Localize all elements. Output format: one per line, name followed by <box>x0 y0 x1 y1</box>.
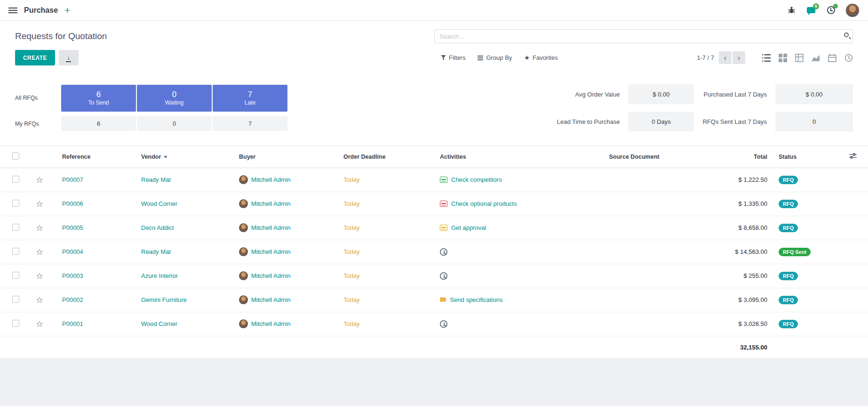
purchased-last-7-days: $ 0.00 <box>775 84 853 104</box>
all-rfqs-label: All RFQs <box>15 95 60 101</box>
row-checkbox[interactable] <box>12 176 19 183</box>
row-checkbox[interactable] <box>12 320 19 327</box>
favorites-button[interactable]: ★ Favorites <box>524 54 557 61</box>
list-view-icon[interactable] <box>762 54 771 62</box>
optional-columns-icon[interactable] <box>849 153 857 159</box>
vendor-link[interactable]: Azure Interior <box>141 272 178 279</box>
messages-icon[interactable]: 5 <box>806 5 816 16</box>
row-checkbox[interactable] <box>12 296 19 303</box>
buyer-link[interactable]: Mitchell Admin <box>251 176 291 183</box>
search-input[interactable] <box>434 29 853 43</box>
activity-label[interactable]: Get approval <box>451 224 486 231</box>
favorite-star-icon[interactable]: ☆ <box>36 199 43 209</box>
activity-email-icon[interactable] <box>440 296 446 304</box>
apps-menu-icon[interactable] <box>8 8 17 8</box>
user-avatar[interactable] <box>845 3 860 17</box>
buyer-link[interactable]: Mitchell Admin <box>251 320 291 327</box>
filters-button[interactable]: Filters <box>441 54 465 61</box>
my-waiting-box[interactable]: 0 <box>137 116 212 131</box>
table-row[interactable]: ☆ P00005 Deco Addict Mitchell Admin Toda… <box>0 216 868 240</box>
buyer-link[interactable]: Mitchell Admin <box>251 200 291 207</box>
activity-clock-icon[interactable] <box>440 272 447 280</box>
table-row[interactable]: ☆ P00002 Gemini Furniture Mitchell Admin… <box>0 288 868 312</box>
row-checkbox[interactable] <box>12 224 19 231</box>
favorite-star-icon[interactable]: ☆ <box>36 319 43 329</box>
activity-icon[interactable] <box>440 201 447 207</box>
status-badge: RFQ <box>779 200 798 208</box>
plus-icon[interactable]: + <box>64 5 70 15</box>
reference-link[interactable]: P00005 <box>62 224 83 231</box>
search-icon[interactable] <box>844 32 849 37</box>
vendor-link[interactable]: Ready Mat <box>141 176 171 183</box>
activity-clock-icon[interactable] <box>440 320 447 328</box>
column-header-vendor[interactable]: Vendor <box>135 146 233 168</box>
my-late-box[interactable]: 7 <box>213 116 287 131</box>
activity-icon[interactable] <box>440 177 447 183</box>
reference-link[interactable]: P00007 <box>62 176 83 183</box>
activity-clock-icon[interactable] <box>440 248 447 256</box>
buyer-link[interactable]: Mitchell Admin <box>251 296 291 303</box>
kanban-view-icon[interactable] <box>779 54 787 62</box>
column-header-buyer[interactable]: Buyer <box>233 146 338 168</box>
calendar-view-icon[interactable] <box>828 54 836 62</box>
column-header-order-deadline[interactable]: Order Deadline <box>338 146 434 168</box>
select-all-checkbox[interactable] <box>12 153 19 160</box>
reference-link[interactable]: P00002 <box>62 296 83 303</box>
buyer-link[interactable]: Mitchell Admin <box>251 272 291 279</box>
buyer-avatar <box>239 199 248 208</box>
order-deadline-value: Today <box>343 296 360 303</box>
late-box[interactable]: 7 Late <box>213 85 287 112</box>
table-row[interactable]: ☆ P00004 Ready Mat Mitchell Admin Today … <box>0 240 868 264</box>
row-checkbox[interactable] <box>12 272 19 279</box>
create-button[interactable]: CREATE <box>15 50 55 65</box>
avg-order-value-label: Avg Order Value <box>557 91 620 98</box>
vendor-header-label: Vendor <box>141 154 161 160</box>
pivot-view-icon[interactable] <box>795 54 804 62</box>
favorite-star-icon[interactable]: ☆ <box>36 175 43 185</box>
to-send-count: 6 <box>96 90 101 99</box>
column-header-source-document[interactable]: Source Document <box>557 146 712 168</box>
my-to-send-box[interactable]: 6 <box>61 116 136 131</box>
activities-icon[interactable] <box>826 5 836 16</box>
favorite-star-icon[interactable]: ☆ <box>36 295 43 305</box>
reference-link[interactable]: P00004 <box>62 248 83 255</box>
favorite-star-icon[interactable]: ☆ <box>36 247 43 257</box>
messages-badge: 5 <box>813 3 819 9</box>
buyer-link[interactable]: Mitchell Admin <box>251 224 291 231</box>
vendor-link[interactable]: Wood Corner <box>141 200 177 207</box>
row-checkbox[interactable] <box>12 200 19 207</box>
activity-view-icon[interactable] <box>844 54 853 62</box>
favorite-star-icon[interactable]: ☆ <box>36 223 43 233</box>
column-header-total[interactable]: Total <box>712 146 773 168</box>
table-row[interactable]: ☆ P00001 Wood Corner Mitchell Admin Toda… <box>0 312 868 336</box>
activity-label[interactable]: Check competitors <box>451 176 502 183</box>
graph-view-icon[interactable] <box>812 54 820 62</box>
buyer-link[interactable]: Mitchell Admin <box>251 248 291 255</box>
vendor-link[interactable]: Wood Corner <box>141 320 177 327</box>
activity-label[interactable]: Check optional products <box>451 200 517 207</box>
app-title[interactable]: Purchase <box>24 6 58 15</box>
reference-link[interactable]: P00006 <box>62 200 83 207</box>
favorite-star-icon[interactable]: ☆ <box>36 271 43 281</box>
activity-label[interactable]: Send specifications <box>450 296 502 303</box>
activity-icon[interactable] <box>440 225 447 231</box>
table-row[interactable]: ☆ P00007 Ready Mat Mitchell Admin Today … <box>0 168 868 192</box>
column-header-activities[interactable]: Activities <box>434 146 557 168</box>
reference-link[interactable]: P00003 <box>62 272 83 279</box>
column-header-reference[interactable]: Reference <box>56 146 135 168</box>
row-checkbox[interactable] <box>12 248 19 255</box>
pager-next-button[interactable]: › <box>733 51 745 64</box>
vendor-link[interactable]: Gemini Furniture <box>141 296 187 303</box>
to-send-box[interactable]: 6 To Send <box>61 85 136 112</box>
vendor-link[interactable]: Deco Addict <box>141 224 174 231</box>
waiting-box[interactable]: 0 Waiting <box>137 85 212 112</box>
reference-link[interactable]: P00001 <box>62 320 83 327</box>
bug-icon[interactable] <box>786 5 796 16</box>
table-row[interactable]: ☆ P00003 Azure Interior Mitchell Admin T… <box>0 264 868 288</box>
group-by-button[interactable]: Group By <box>478 54 512 61</box>
vendor-link[interactable]: Ready Mat <box>141 248 171 255</box>
export-button[interactable]: ↓ <box>59 50 79 65</box>
pager-previous-button[interactable]: ‹ <box>719 51 732 64</box>
column-header-status[interactable]: Status <box>773 146 844 168</box>
table-row[interactable]: ☆ P00006 Wood Corner Mitchell Admin Toda… <box>0 192 868 216</box>
